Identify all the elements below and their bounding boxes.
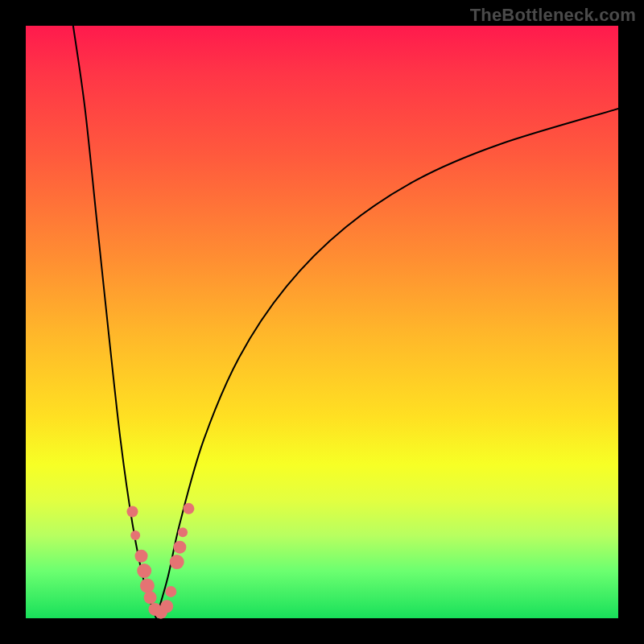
data-marker xyxy=(173,541,186,554)
data-marker xyxy=(130,530,140,540)
data-marker xyxy=(140,579,155,593)
data-marker xyxy=(160,600,173,613)
data-marker xyxy=(183,503,194,514)
data-marker xyxy=(165,586,176,597)
plot-area xyxy=(26,26,618,618)
data-marker xyxy=(170,555,184,569)
curve-right-branch xyxy=(156,109,618,618)
chart-svg xyxy=(26,26,618,618)
data-marker xyxy=(137,564,151,578)
curve-left-branch xyxy=(73,26,156,618)
data-marker xyxy=(178,527,188,537)
curve-layer xyxy=(73,26,618,618)
data-marker xyxy=(126,506,138,518)
chart-frame: TheBottleneck.com xyxy=(0,0,644,644)
data-marker xyxy=(135,550,148,563)
data-marker xyxy=(144,591,157,604)
watermark-text: TheBottleneck.com xyxy=(470,5,636,26)
